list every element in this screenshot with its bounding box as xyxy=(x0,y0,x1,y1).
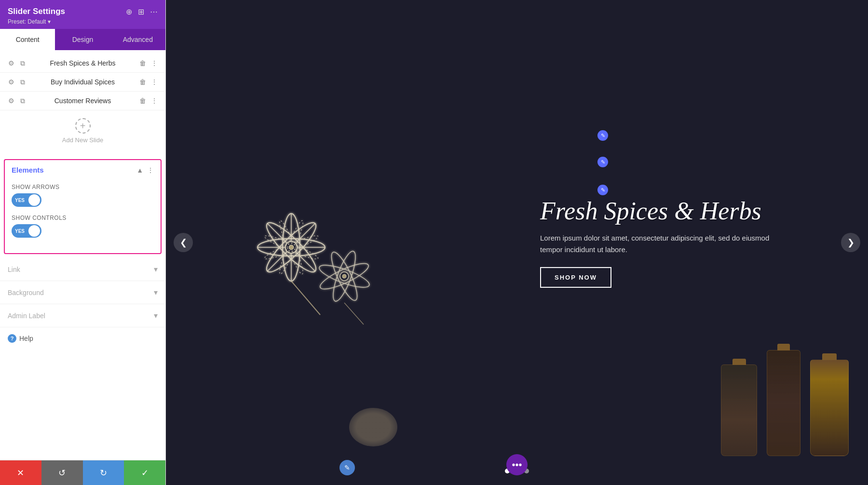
edit-slider-button[interactable]: ✎ xyxy=(339,460,355,475)
slider-preview: ❮ xyxy=(166,0,868,485)
more-elements-icon[interactable]: ⋮ xyxy=(147,166,154,174)
slider-arrow-right[interactable]: ❯ xyxy=(841,233,860,252)
star-anise-illustration xyxy=(224,141,426,344)
slide-item: ⚙ ⧉ Fresh Spices & Herbs 🗑 ⋮ xyxy=(0,54,165,73)
confirm-icon: ✓ xyxy=(141,468,149,478)
right-chevron-icon: ❯ xyxy=(847,237,854,248)
help-label: Help xyxy=(19,335,33,342)
show-controls-label: Show Controls xyxy=(12,215,154,221)
redo-button[interactable]: ↻ xyxy=(83,460,124,485)
add-slide-plus-icon: + xyxy=(75,118,91,134)
cancel-button[interactable]: ✕ xyxy=(0,460,41,485)
slider-content: Fresh Spices & Herbs Lorem ipsum dolor s… xyxy=(540,197,781,288)
help-icon: ? xyxy=(8,334,16,343)
redo-icon: ↻ xyxy=(100,468,107,478)
panel-body: ⚙ ⧉ Fresh Spices & Herbs 🗑 ⋮ ⚙ ⧉ Buy Ind… xyxy=(0,50,165,460)
svg-point-9 xyxy=(289,245,294,250)
tab-design[interactable]: Design xyxy=(55,29,110,50)
shop-now-button[interactable]: SHOP NOW xyxy=(540,267,611,288)
more-slide-icon-2[interactable]: ⋮ xyxy=(150,78,159,86)
bottom-bar: ✕ ↺ ↻ ✓ xyxy=(0,460,165,485)
toggle-yes-controls: YES xyxy=(15,229,25,234)
more-slide-icon-3[interactable]: ⋮ xyxy=(150,96,159,105)
admin-label-section[interactable]: Admin Label ▾ xyxy=(0,304,165,327)
edit-dot-heading[interactable]: ✎ xyxy=(597,130,608,141)
more-icon[interactable]: ⋯ xyxy=(150,7,158,16)
toggle-knob-arrows xyxy=(28,194,40,206)
elements-section-content: Show Arrows YES Show Controls YES xyxy=(5,180,161,253)
show-controls-row: Show Controls YES xyxy=(12,215,154,238)
background-chevron-icon: ▾ xyxy=(154,288,158,297)
preset-label: Preset: Default xyxy=(8,18,46,25)
duplicate-icon-3[interactable]: ⧉ xyxy=(18,96,27,105)
layout-icon[interactable]: ⊞ xyxy=(138,7,144,16)
show-controls-toggle[interactable]: YES xyxy=(12,224,41,238)
add-slide-button[interactable]: + Add New Slide xyxy=(0,110,165,151)
background-section[interactable]: Background ▾ xyxy=(0,281,165,304)
admin-label-section-title: Admin Label xyxy=(8,312,45,320)
confirm-button[interactable]: ✓ xyxy=(124,460,165,485)
show-arrows-toggle[interactable]: YES xyxy=(12,193,41,207)
preset-arrow[interactable]: ▾ xyxy=(48,18,51,25)
edit-dot-cta[interactable]: ✎ xyxy=(597,185,608,195)
duplicate-icon-2[interactable]: ⧉ xyxy=(18,78,27,86)
tab-bar: Content Design Advanced xyxy=(0,29,165,50)
settings-panel: Slider Settings ⊕ ⊞ ⋯ Preset: Default ▾ … xyxy=(0,0,166,485)
panel-title: Slider Settings xyxy=(8,7,65,16)
delete-icon-2[interactable]: 🗑 xyxy=(138,78,147,86)
elements-section-header[interactable]: Elements ▲ ⋮ xyxy=(5,160,161,180)
slide-list: ⚙ ⧉ Fresh Spices & Herbs 🗑 ⋮ ⚙ ⧉ Buy Ind… xyxy=(0,50,165,155)
pencil-icon-2: ✎ xyxy=(601,159,605,165)
slider-arrow-left[interactable]: ❮ xyxy=(174,233,193,252)
undo-icon: ↺ xyxy=(58,468,66,478)
left-chevron-icon: ❮ xyxy=(180,237,187,248)
link-section[interactable]: Link ▾ xyxy=(0,258,165,281)
undo-button[interactable]: ↺ xyxy=(41,460,83,485)
background-section-title: Background xyxy=(8,289,44,296)
toggle-yes-arrows: YES xyxy=(15,198,25,203)
show-arrows-row: Show Arrows YES xyxy=(12,184,154,207)
panel-header: Slider Settings ⊕ ⊞ ⋯ Preset: Default ▾ xyxy=(0,0,165,29)
edit-dot-body[interactable]: ✎ xyxy=(597,157,608,167)
slide-name-3: Customer Reviews xyxy=(32,97,134,105)
more-dots-icon: ••• xyxy=(512,459,522,471)
show-arrows-label: Show Arrows xyxy=(12,184,154,190)
svg-line-21 xyxy=(344,303,364,324)
elements-section: Elements ▲ ⋮ Show Arrows YES Show Contro… xyxy=(4,159,162,254)
link-chevron-icon: ▾ xyxy=(154,265,158,274)
slide-name-2: Buy Individual Spices xyxy=(32,78,134,86)
slider-body-text: Lorem ipsum dolor sit amet, consectetur … xyxy=(540,232,781,256)
more-options-button[interactable]: ••• xyxy=(506,454,528,475)
slide-item: ⚙ ⧉ Buy Individual Spices 🗑 ⋮ xyxy=(0,73,165,92)
admin-label-chevron-icon: ▾ xyxy=(154,311,158,320)
tab-advanced[interactable]: Advanced xyxy=(110,29,165,50)
elements-section-title: Elements xyxy=(12,166,44,174)
slider-heading: Fresh Spices & Herbs xyxy=(540,197,781,225)
settings-icon-2[interactable]: ⚙ xyxy=(7,78,15,86)
delete-icon-1[interactable]: 🗑 xyxy=(138,59,147,67)
cancel-icon: ✕ xyxy=(17,468,24,478)
link-section-title: Link xyxy=(8,266,20,273)
target-icon[interactable]: ⊕ xyxy=(126,7,132,16)
help-row[interactable]: ? Help xyxy=(0,327,165,350)
settings-icon-3[interactable]: ⚙ xyxy=(7,96,15,105)
elements-section-header-icons: ▲ ⋮ xyxy=(136,166,154,174)
preset-line: Preset: Default ▾ xyxy=(8,18,158,25)
panel-header-icons: ⊕ ⊞ ⋯ xyxy=(126,7,158,16)
tab-content[interactable]: Content xyxy=(0,29,55,50)
svg-line-20 xyxy=(291,281,320,315)
toggle-knob-controls xyxy=(28,225,40,237)
more-slide-icon-1[interactable]: ⋮ xyxy=(150,59,159,67)
slide-item: ⚙ ⧉ Customer Reviews 🗑 ⋮ xyxy=(0,92,165,110)
duplicate-icon-1[interactable]: ⧉ xyxy=(18,59,27,67)
pencil-icon-slider: ✎ xyxy=(344,464,350,472)
delete-icon-3[interactable]: 🗑 xyxy=(138,96,147,105)
slide-name-1: Fresh Spices & Herbs xyxy=(32,59,134,67)
pencil-icon-3: ✎ xyxy=(601,187,605,193)
pencil-icon-1: ✎ xyxy=(601,133,605,139)
add-slide-label: Add New Slide xyxy=(62,136,103,144)
settings-icon-1[interactable]: ⚙ xyxy=(7,59,15,67)
collapse-icon[interactable]: ▲ xyxy=(136,166,143,174)
